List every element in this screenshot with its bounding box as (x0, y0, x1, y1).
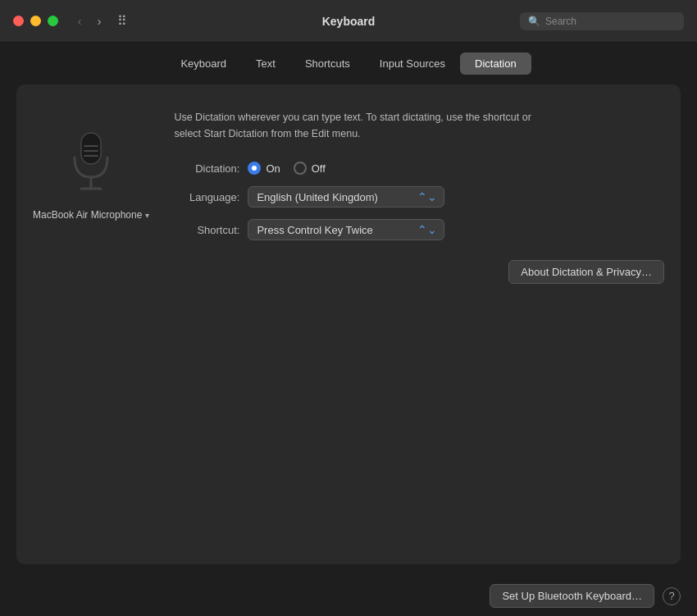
microphone-panel: MacBook Air Microphone ▾ (33, 109, 149, 548)
tab-dictation[interactable]: Dictation (460, 52, 531, 75)
dictation-label: Dictation: (174, 162, 239, 175)
off-radio-button[interactable] (294, 162, 307, 175)
tab-bar: Keyboard Text Shortcuts Input Sources Di… (0, 43, 697, 75)
shortcut-dropdown-arrow-icon: ⌃⌄ (417, 223, 437, 236)
shortcut-value: Press Control Key Twice (257, 224, 372, 236)
on-radio-button[interactable] (248, 162, 261, 175)
traffic-lights (13, 16, 58, 26)
shortcut-dropdown[interactable]: Press Control Key Twice ⌃⌄ (248, 219, 444, 240)
search-bar[interactable]: 🔍 (520, 12, 684, 30)
dictation-on-option[interactable]: On (248, 162, 280, 175)
minimize-button[interactable] (30, 16, 41, 26)
close-button[interactable] (13, 16, 24, 26)
microphone-chevron-icon: ▾ (145, 211, 149, 220)
language-label: Language: (174, 191, 239, 203)
shortcut-row: Shortcut: Press Control Key Twice ⌃⌄ (174, 219, 664, 240)
microphone-selector[interactable]: MacBook Air Microphone ▾ (33, 209, 149, 221)
content-panel: MacBook Air Microphone ▾ Use Dictation w… (16, 84, 681, 564)
tab-input-sources[interactable]: Input Sources (365, 52, 460, 75)
footer-row: Set Up Bluetooth Keyboard… ? (0, 577, 697, 616)
shortcut-label: Shortcut: (174, 224, 239, 236)
search-icon: 🔍 (528, 16, 540, 27)
description-text: Use Dictation wherever you can type text… (174, 109, 551, 142)
grid-icon[interactable]: ⠿ (117, 13, 127, 29)
dictation-off-option[interactable]: Off (294, 162, 326, 175)
help-button[interactable]: ? (663, 587, 681, 605)
on-label: On (266, 162, 280, 175)
tab-keyboard[interactable]: Keyboard (166, 52, 241, 75)
maximize-button[interactable] (48, 16, 58, 26)
language-dropdown[interactable]: English (United Kingdom) ⌃⌄ (248, 186, 444, 208)
microphone-name: MacBook Air Microphone (33, 209, 142, 221)
tab-text[interactable]: Text (241, 52, 290, 75)
language-dropdown-arrow-icon: ⌃⌄ (417, 190, 437, 203)
dictation-toggle-row: Dictation: On Off (174, 162, 664, 175)
language-value: English (United Kingdom) (257, 191, 377, 203)
back-button[interactable]: ‹ (71, 13, 88, 30)
bluetooth-keyboard-button[interactable]: Set Up Bluetooth Keyboard… (490, 584, 654, 608)
tab-shortcuts[interactable]: Shortcuts (290, 52, 365, 75)
titlebar: ‹ › ⠿ Keyboard 🔍 (0, 0, 697, 43)
nav-buttons: ‹ › (71, 13, 107, 30)
about-button-row: About Dictation & Privacy… (174, 252, 664, 284)
window-title: Keyboard (322, 15, 376, 28)
dictation-radio-group: On Off (248, 162, 325, 175)
language-row: Language: English (United Kingdom) ⌃⌄ (174, 186, 664, 208)
svg-rect-0 (81, 133, 101, 164)
about-dictation-button[interactable]: About Dictation & Privacy… (508, 260, 664, 284)
off-label: Off (312, 162, 326, 175)
forward-button[interactable]: › (91, 13, 107, 30)
main-content: Keyboard Text Shortcuts Input Sources Di… (0, 43, 697, 616)
microphone-icon (62, 125, 120, 199)
search-input[interactable] (545, 16, 676, 27)
settings-panel: Use Dictation wherever you can type text… (174, 109, 664, 548)
